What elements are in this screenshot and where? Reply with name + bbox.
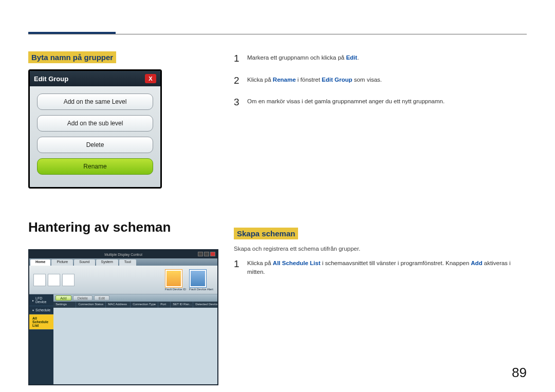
header-divider [28,34,527,34]
step-text: Klicka på All Schedule List i schemaavsn… [247,257,527,277]
page-number: 89 [512,365,527,381]
tab-tool[interactable]: Tool [119,259,136,266]
tab-sound[interactable]: Sound [74,259,95,266]
heading-create-schedules: Skapa scheman [234,228,298,239]
chevron-down-icon [32,308,34,312]
add-button[interactable]: Add [55,295,71,301]
delete-button[interactable]: Delete [37,137,153,153]
window-controls [198,252,215,256]
text: Klicka på [247,260,273,266]
rename-steps: 1 Markera ett gruppnamn och klicka på Ed… [234,51,527,110]
fault-device-alert-icon [189,269,207,288]
ribbon-fault-id[interactable]: Fault Device ID [165,269,186,291]
dialog-title: Edit Group [34,75,68,83]
heading-rename-groups: Byta namn på grupper [28,51,116,63]
add-sub-level-button[interactable]: Add on the sub level [37,115,153,132]
mdc-title-text: Multiple Display Control [104,253,142,256]
step-number: 1 [234,257,241,277]
ribbon-button[interactable] [33,274,46,286]
step-text: Markera ett gruppnamn och klicka på Edit… [247,51,359,66]
mdc-window-title: Multiple Display Control [29,250,217,258]
ribbon-group-left [33,274,75,286]
col-port[interactable]: Port [158,302,171,308]
keyword-all-schedule-list: All Schedule List [273,260,321,266]
keyword-edit: Edit [346,54,357,61]
mdc-main: Add Delete Edit Settings Connection Stat… [53,294,218,384]
step-text: Om en markör visas i det gamla gruppnamn… [247,95,445,110]
create-schedule-intro: Skapa och registrera ett schema utifrån … [234,246,527,252]
step-3: 3 Om en markör visas i det gamla gruppna… [234,95,527,110]
mdc-table-header: Settings Connection Status MAC Address C… [53,302,218,308]
ribbon-fault-alert[interactable]: Fault Device Alert [189,269,213,291]
step-2: 2 Klicka på Rename i fönstret Edit Group… [234,73,527,88]
add-same-level-button[interactable]: Add on the same Level [37,94,153,110]
dialog-titlebar: Edit Group X [30,71,160,86]
text: . [357,54,359,61]
mdc-ribbon-tabs: Home Picture Sound System Tool [29,258,217,266]
text: i fönstret [296,77,322,83]
sidebar-label: Schedule [35,308,50,312]
tab-system[interactable]: System [96,259,118,266]
col-mac-address[interactable]: MAC Address [106,302,131,308]
right-column: 1 Markera ett gruppnamn och klicka på Ed… [234,51,527,385]
fault-device-id-label: Fault Device ID [165,288,186,291]
ribbon-button[interactable] [62,274,75,286]
mdc-screenshot: Multiple Display Control Home Picture So… [28,249,218,385]
edit-group-dialog: Edit Group X Add on the same Level Add o… [28,69,162,189]
sidebar-label: All Schedule List [32,316,50,327]
fault-device-id-icon [165,269,182,288]
text: som visas. [353,77,382,83]
step-1: 1 Markera ett gruppnamn och klicka på Ed… [234,51,527,66]
text: Klicka på [247,77,273,83]
mdc-sidebar: LFD Device Schedule All Schedule List [29,294,53,384]
heading-schedule-management: Hantering av scheman [28,219,218,240]
keyword-rename: Rename [273,77,296,83]
page-content: Byta namn på grupper Edit Group X Add on… [0,0,555,392]
close-window-icon[interactable] [210,252,215,256]
tab-picture[interactable]: Picture [51,259,73,266]
ribbon-button[interactable] [48,274,60,286]
col-detected-devices[interactable]: Detected Devices [193,302,218,308]
rename-button[interactable]: Rename [37,158,153,175]
step-number: 1 [234,51,241,66]
keyword-add: Add [471,260,482,266]
sidebar-item-schedule[interactable]: Schedule [29,306,53,314]
col-set-id[interactable]: SET ID Ran… [171,302,193,308]
mdc-ribbon: Fault Device ID Fault Device Alert [29,266,217,294]
mdc-table-body [53,308,218,384]
mdc-toolbar: Add Delete Edit [53,294,218,302]
edit-button[interactable]: Edit [94,295,109,301]
step-number: 3 [234,95,241,110]
sidebar-label: LFD Device [35,296,50,304]
chevron-right-icon [32,298,34,302]
sidebar-item-all-schedule-list[interactable]: All Schedule List [29,314,53,330]
col-settings[interactable]: Settings [53,302,76,308]
tab-home[interactable]: Home [30,259,50,266]
step-number: 2 [234,73,241,88]
col-connection-status[interactable]: Connection Status [76,302,106,308]
mdc-body: LFD Device Schedule All Schedule List Ad… [29,294,217,384]
step-text: Klicka på Rename i fönstret Edit Group s… [247,73,382,88]
text: Markera ett gruppnamn och klicka på [247,54,346,61]
dialog-body: Add on the same Level Add on the sub lev… [30,86,160,187]
maximize-icon[interactable] [204,252,209,256]
left-column: Byta namn på grupper Edit Group X Add on… [28,51,218,385]
text: i schemaavsnittet till vänster i program… [321,260,471,266]
delete-button[interactable]: Delete [73,295,92,301]
col-connection-type[interactable]: Connection Type [131,302,158,308]
create-schedule-steps: 1 Klicka på All Schedule List i schemaav… [234,257,527,277]
minimize-icon[interactable] [198,252,203,256]
sidebar-item-lfd-device[interactable]: LFD Device [29,294,53,306]
close-icon[interactable]: X [145,74,156,83]
fault-device-alert-label: Fault Device Alert [189,288,213,291]
step-1: 1 Klicka på All Schedule List i schemaav… [234,257,527,277]
keyword-edit-group: Edit Group [322,77,352,83]
